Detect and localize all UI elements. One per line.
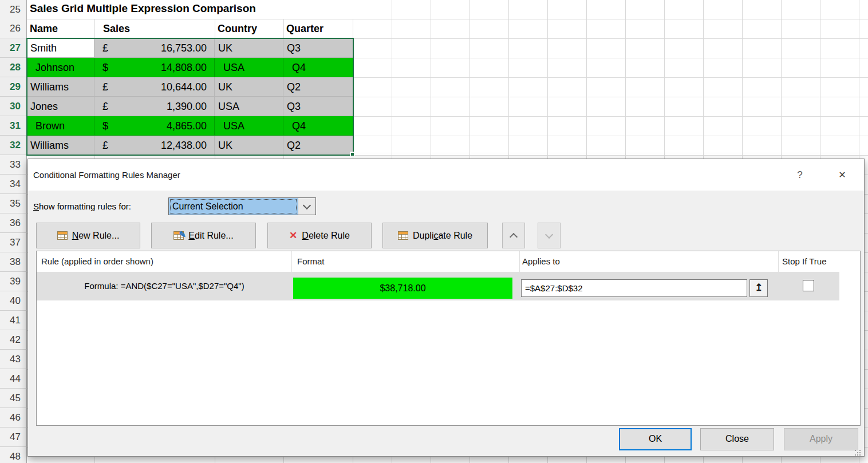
cell-C30[interactable]: USA (215, 97, 283, 116)
edit-rule-button[interactable]: ✎ Edit Rule... (151, 223, 256, 248)
button-label: Edit Rule... (188, 231, 233, 241)
label-text: how formatting rules for: (39, 201, 131, 211)
applies-to-input[interactable]: =$A$27:$D$32 (521, 279, 747, 297)
format-preview: $38,718.00 (293, 278, 512, 299)
row-header-27[interactable]: 27 (0, 38, 27, 58)
close-icon[interactable]: ✕ (828, 159, 856, 191)
cell-value: 16,753.00 (161, 38, 207, 57)
cell-value: 10,644.00 (161, 77, 207, 96)
currency-symbol: $ (102, 58, 108, 77)
fill-handle[interactable] (350, 152, 355, 157)
duplicate-rule-button[interactable]: Duplicate Rule (382, 223, 488, 248)
rule-formula: Formula: =AND($C27="USA",$D27="Q4") (37, 272, 292, 300)
cell-C32[interactable]: UK (215, 136, 283, 155)
currency-symbol: £ (102, 77, 108, 96)
pencil-icon: ✎ (179, 229, 186, 240)
ok-button[interactable]: OK (619, 428, 692, 450)
cell-A32[interactable]: Williams (27, 136, 94, 155)
cell-B30[interactable]: £1,390.00 (94, 97, 215, 116)
row-header-48[interactable]: 48 (0, 447, 27, 463)
chevron-up-icon (510, 232, 518, 240)
format-column-header: Format (297, 251, 325, 272)
currency-symbol: £ (102, 136, 108, 155)
cell-B29[interactable]: £10,644.00 (94, 77, 215, 97)
row-header-34[interactable]: 34 (0, 175, 27, 194)
collapse-range-picker-button[interactable]: ↥ (749, 279, 768, 297)
delete-rule-button[interactable]: ✕ Delete Rule (267, 223, 372, 248)
column-separator (291, 251, 292, 272)
column-header-country: Country (218, 19, 257, 38)
row-header-28[interactable]: 28 (0, 58, 27, 77)
cell-D28[interactable]: Q4 (283, 58, 353, 77)
cell-C27[interactable]: UK (215, 38, 283, 58)
currency-symbol: £ (102, 97, 108, 116)
rule-row[interactable]: Formula: =AND($C27="USA",$D27="Q4") $38,… (37, 272, 839, 300)
row-header-40[interactable]: 40 (0, 291, 27, 311)
rules-list: Rule (applied in order shown) Format App… (36, 251, 861, 426)
help-icon[interactable]: ? (788, 159, 811, 191)
row-header-46[interactable]: 46 (0, 408, 27, 428)
cell-B27[interactable]: £16,753.00 (94, 38, 215, 58)
close-button[interactable]: Close (700, 428, 774, 450)
cell-A30[interactable]: Jones (27, 97, 94, 116)
cell-C29[interactable]: UK (215, 77, 283, 97)
sheet-title: Sales Grid Multiple Expression Compariso… (30, 2, 256, 15)
row-header-44[interactable]: 44 (0, 369, 27, 389)
row-header-47[interactable]: 47 (0, 428, 27, 447)
row-header-32[interactable]: 32 (0, 136, 27, 155)
scope-dropdown-value: Current Selection (169, 198, 298, 215)
apply-button: Apply (784, 428, 858, 450)
cell-B28[interactable]: $14,808.00 (94, 58, 215, 77)
cell-D27[interactable]: Q3 (283, 38, 353, 58)
cell-C28[interactable]: USA (215, 58, 283, 77)
row-header-39[interactable]: 39 (0, 272, 27, 291)
row-header-36[interactable]: 36 (0, 213, 27, 233)
chevron-glyph (303, 201, 311, 209)
resize-grip[interactable] (855, 450, 862, 457)
row-header-26[interactable]: 26 (0, 19, 27, 38)
new-rule-button[interactable]: New Rule... (36, 223, 140, 248)
stop-if-true-checkbox[interactable] (803, 280, 814, 291)
row-header-29[interactable]: 29 (0, 77, 27, 97)
row-header-41[interactable]: 41 (0, 311, 27, 330)
row-header-30[interactable]: 30 (0, 97, 27, 116)
row-header-42[interactable]: 42 (0, 330, 27, 350)
chevron-down-icon[interactable] (298, 198, 315, 215)
row-header-25[interactable]: 25 (0, 0, 27, 19)
row-header-31[interactable]: 31 (0, 116, 27, 136)
move-rule-up-button[interactable] (502, 223, 525, 248)
button-label: Delete Rule (302, 231, 350, 241)
stop-if-true-column-header: Stop If True (782, 251, 827, 272)
cell-D30[interactable]: Q3 (283, 97, 353, 116)
row-header-45[interactable]: 45 (0, 389, 27, 408)
row-header-33[interactable]: 33 (0, 155, 27, 175)
button-label: New Rule... (72, 231, 120, 241)
cell-A28[interactable]: Johnson (27, 58, 94, 77)
currency-symbol: £ (102, 38, 108, 57)
row-header-38[interactable]: 38 (0, 252, 27, 272)
cell-B32[interactable]: £12,438.00 (94, 136, 215, 155)
cell-A27[interactable]: Smith (27, 38, 94, 58)
delete-rule-icon: ✕ (289, 229, 297, 242)
cell-B31[interactable]: $4,865.00 (94, 116, 215, 136)
cell-value: 1,390.00 (167, 97, 207, 116)
dialog-titlebar: Conditional Formatting Rules Manager ? ✕ (28, 159, 864, 191)
cell-C31[interactable]: USA (215, 116, 283, 136)
cell-A29[interactable]: Williams (27, 77, 94, 97)
column-header-name: Name (30, 19, 58, 38)
new-rule-icon (57, 231, 68, 240)
cell-D31[interactable]: Q4 (283, 116, 353, 136)
row-header-35[interactable]: 35 (0, 194, 27, 213)
cell-D29[interactable]: Q2 (283, 77, 353, 97)
row-header-43[interactable]: 43 (0, 350, 27, 369)
cell-D32[interactable]: Q2 (283, 136, 353, 155)
label-text: S (33, 201, 39, 211)
move-rule-down-button[interactable] (538, 223, 561, 248)
cell-A31[interactable]: Brown (27, 116, 94, 136)
cell-value: 12,438.00 (161, 136, 207, 155)
row-header-37[interactable]: 37 (0, 233, 27, 252)
rule-column-header: Rule (applied in order shown) (41, 251, 153, 272)
scope-dropdown[interactable]: Current Selection (168, 197, 316, 215)
collapse-arrow-icon: ↥ (755, 282, 763, 293)
cell-value: 14,808.00 (161, 58, 207, 77)
